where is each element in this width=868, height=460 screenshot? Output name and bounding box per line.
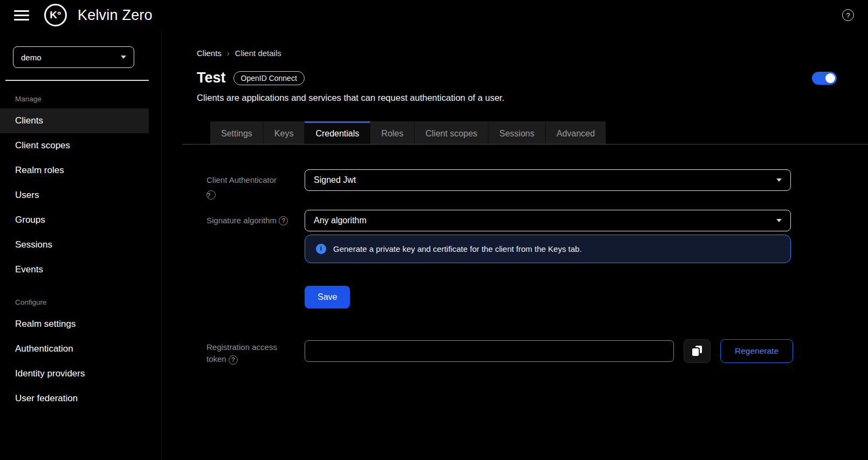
sidebar-item-events[interactable]: Events — [0, 257, 149, 282]
protocol-badge: OpenID Connect — [233, 71, 305, 85]
sidebar-item-sessions[interactable]: Sessions — [0, 232, 149, 257]
help-icon[interactable]: ? — [206, 190, 216, 200]
tab-client-scopes[interactable]: Client scopes — [415, 121, 488, 144]
main-content: Clients › Client details Test OpenID Con… — [162, 30, 868, 460]
tab-advanced[interactable]: Advanced — [546, 121, 606, 144]
realm-selector-value: demo — [21, 53, 42, 62]
regenerate-button[interactable]: Regenerate — [720, 339, 793, 363]
help-icon[interactable]: ? — [279, 216, 288, 225]
sidebar-item-user-federation[interactable]: User federation — [0, 386, 149, 411]
page-description: Clients are applications and services th… — [197, 93, 868, 103]
sidebar-item-clients[interactable]: Clients — [0, 108, 149, 133]
save-row-spacer — [206, 286, 295, 308]
breadcrumb: Clients › Client details — [197, 49, 868, 58]
sidebar: demo Manage Clients Client scopes Realm … — [0, 30, 162, 460]
realm-selector[interactable]: demo — [13, 46, 134, 68]
breadcrumb-current: Client details — [235, 49, 281, 58]
credentials-form: Client Authenticator ? Signed Jwt Signat… — [197, 169, 868, 366]
help-icon[interactable]: ? — [842, 9, 854, 21]
signature-algorithm-select[interactable]: Any algorithm — [305, 210, 791, 231]
tab-roles[interactable]: Roles — [370, 121, 415, 144]
sidebar-item-client-scopes[interactable]: Client scopes — [0, 133, 149, 158]
save-button[interactable]: Save — [305, 286, 350, 308]
registration-token-label-line1: Registration access — [206, 342, 277, 352]
sidebar-item-groups[interactable]: Groups — [0, 208, 149, 232]
menu-icon[interactable] — [14, 10, 29, 20]
info-alert: i Generate a private key and certificate… — [305, 235, 791, 263]
tab-keys[interactable]: Keys — [264, 121, 305, 144]
sidebar-item-authentication[interactable]: Authentication — [0, 337, 149, 361]
title-row: Test OpenID Connect — [197, 70, 868, 86]
sidebar-divider — [5, 80, 149, 81]
chevron-down-icon — [776, 178, 782, 182]
registration-token-label-line2: token — [206, 354, 226, 363]
tabs: Settings Keys Credentials Roles Client s… — [182, 121, 868, 145]
copy-icon — [692, 346, 702, 356]
sidebar-item-users[interactable]: Users — [0, 183, 149, 208]
sidebar-item-realm-settings[interactable]: Realm settings — [0, 312, 149, 337]
info-alert-text: Generate a private key and certificate f… — [333, 244, 582, 253]
client-authenticator-label-text: Client Authenticator — [206, 175, 277, 184]
tab-settings[interactable]: Settings — [210, 121, 264, 144]
client-enabled-toggle[interactable] — [812, 72, 837, 85]
tab-sessions[interactable]: Sessions — [488, 121, 546, 144]
client-authenticator-value: Signed Jwt — [314, 175, 356, 185]
client-authenticator-select[interactable]: Signed Jwt — [305, 169, 791, 191]
signature-algorithm-value: Any algorithm — [314, 216, 367, 225]
registration-token-controls: Regenerate — [305, 337, 793, 366]
chevron-down-icon — [776, 219, 782, 222]
signature-algorithm-label: Signature algorithm ? — [206, 210, 295, 263]
info-icon: i — [316, 244, 326, 254]
chevron-right-icon: › — [227, 49, 230, 58]
toggle-knob — [825, 73, 835, 83]
tab-credentials[interactable]: Credentials — [305, 121, 370, 144]
section-label-configure: Configure — [15, 298, 161, 306]
registration-token-input[interactable] — [305, 340, 674, 362]
help-icon[interactable]: ? — [229, 355, 238, 365]
chevron-down-icon — [121, 56, 126, 59]
section-label-manage: Manage — [15, 95, 161, 103]
client-authenticator-label: Client Authenticator ? — [206, 169, 295, 200]
page-title: Test — [197, 70, 226, 86]
brand-title: Kelvin Zero — [78, 7, 153, 24]
registration-token-label: Registration access token ? — [206, 337, 295, 366]
app-header: K° Kelvin Zero ? — [0, 0, 868, 30]
signature-algorithm-label-text: Signature algorithm — [206, 216, 277, 225]
sidebar-item-realm-roles[interactable]: Realm roles — [0, 158, 149, 183]
brand-logo-icon: K° — [44, 4, 67, 26]
sidebar-item-identity-providers[interactable]: Identity providers — [0, 361, 149, 386]
copy-button[interactable] — [684, 339, 711, 363]
breadcrumb-link-clients[interactable]: Clients — [197, 49, 222, 58]
